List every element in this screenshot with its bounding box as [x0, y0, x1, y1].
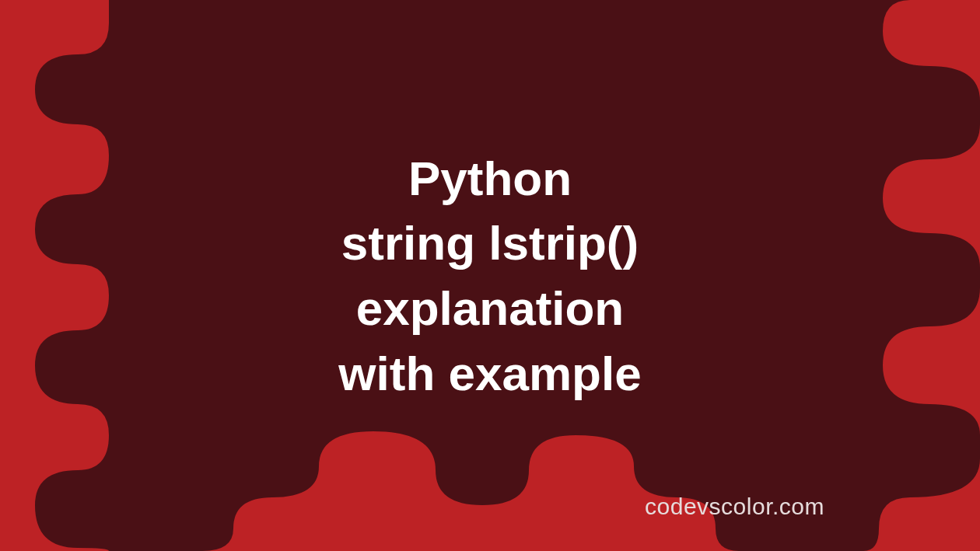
- title-line-4: with example: [338, 346, 641, 399]
- title-line-1: Python: [408, 151, 572, 204]
- title-line-2: string lstrip(): [341, 216, 639, 270]
- title-line-3: explanation: [356, 281, 625, 335]
- banner-title: Python string lstrip() explanation with …: [237, 145, 743, 406]
- watermark-text: codevscolor.com: [645, 493, 824, 520]
- banner-container: Python string lstrip() explanation with …: [0, 0, 980, 551]
